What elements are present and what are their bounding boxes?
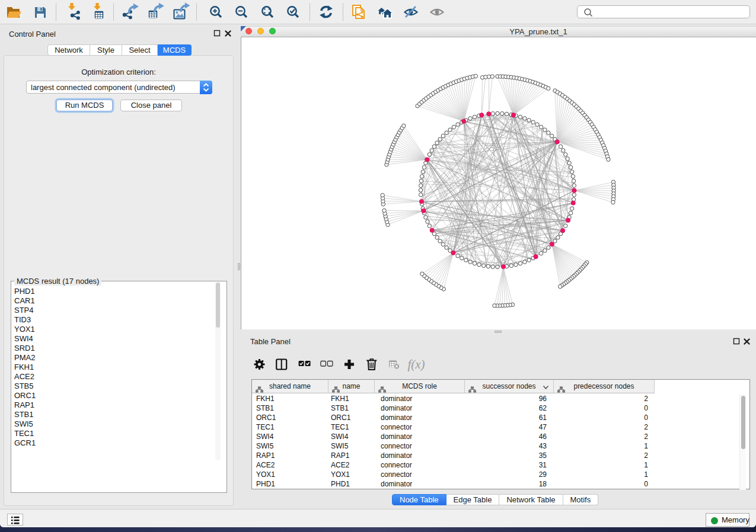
svg-text:f(x): f(x): [407, 357, 425, 371]
